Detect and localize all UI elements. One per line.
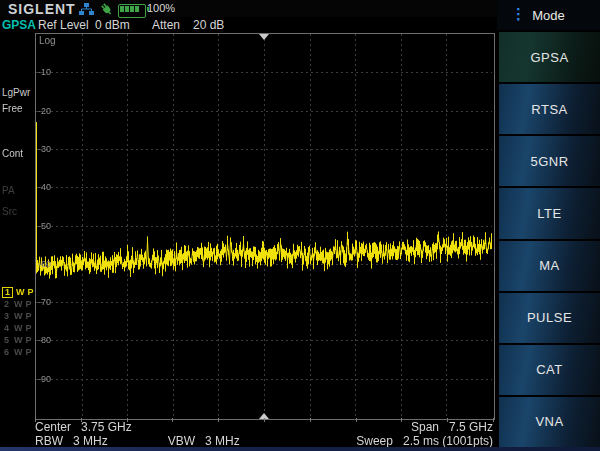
mode-menu-label: Mode (532, 8, 565, 23)
trace-mode: W (14, 299, 23, 309)
sweep-value[interactable]: 2.5 ms (1001pts) (403, 434, 493, 447)
y-axis-tick-label: -70 (38, 297, 51, 307)
atten-value[interactable]: 20 dB (193, 18, 224, 32)
sidebar-item-ma[interactable]: MA (499, 241, 600, 291)
sidebar-item-vna[interactable]: VNA (499, 397, 600, 447)
trace-mode: W (14, 347, 23, 357)
rbw-label: RBW (35, 434, 63, 447)
active-mode-label: GPSA (2, 18, 36, 32)
status-row: GPSA Ref Level 0 dBm Atten 20 dB (0, 18, 497, 32)
left-label-lgpwr: LgPwr (2, 87, 30, 98)
sidebar-item-label: CAT (536, 362, 563, 377)
spectrum-analyzer-screen: SIGLENT 100% (0, 0, 600, 451)
trace-det: P (26, 323, 32, 333)
sidebar-item-lte[interactable]: LTE (499, 188, 600, 238)
y-axis-tick-label: -10 (38, 67, 51, 77)
span-value[interactable]: 7.5 GHz (449, 420, 493, 433)
atten-label: Atten (152, 18, 180, 32)
trace-num: 4 (2, 324, 11, 333)
sidebar-item-pulse[interactable]: PULSE (499, 293, 600, 343)
trace-num: 5 (2, 336, 11, 345)
sidebar-item-label: GPSA (530, 50, 568, 65)
sidebar-item-label: MA (539, 258, 560, 273)
sidebar-item-cat[interactable]: CAT (499, 345, 600, 395)
span-label: Span (411, 420, 439, 433)
sidebar-item-gpsa[interactable]: GPSA (499, 32, 600, 82)
left-label-cont: Cont (2, 148, 23, 159)
trace-det: P (26, 347, 32, 357)
center-freq-value[interactable]: 3.75 GHz (81, 420, 132, 433)
x-axis-tick (493, 418, 494, 422)
left-label-pa: PA (2, 185, 15, 196)
sweep-label: Sweep (356, 434, 393, 447)
trace-det: P (26, 299, 32, 309)
sidebar-item-5gnr[interactable]: 5GNR (499, 136, 600, 186)
ref-level-value[interactable]: 0 dBm (95, 18, 130, 32)
footer-bandwidth-row: RBW 3 MHz VBW 3 MHz Sweep 2.5 ms (1001pt… (35, 434, 493, 447)
trace-indicator-5: 5WP (2, 334, 34, 346)
sidebar-item-rtsa[interactable]: RTSA (499, 84, 600, 134)
y-axis-tick-label: -90 (38, 374, 51, 384)
y-axis-tick-label: -50 (38, 221, 51, 231)
sidebar-menu: GPSARTSA5GNRLTEMAPULSECATVNA (497, 30, 600, 447)
footer-frequency-row: Center 3.75 GHz Span 7.5 GHz (35, 420, 493, 433)
trace-canvas (36, 34, 492, 417)
trace-indicator-1: 1WP (2, 286, 34, 298)
mode-menu-button[interactable]: ⋮ Mode (497, 0, 600, 30)
trace-mode: W (14, 335, 23, 345)
siglent-logo: SIGLENT (8, 1, 76, 17)
y-axis-tick-label: -60 (38, 259, 51, 269)
sidebar-item-label: VNA (535, 414, 563, 429)
trace-det: P (26, 311, 32, 321)
trace-num: 3 (2, 312, 11, 321)
trace-det: P (28, 287, 34, 297)
battery-percentage: 100% (147, 2, 175, 14)
center-freq-marker-top-icon (259, 34, 269, 40)
trace-indicator-6: 6WP (2, 346, 34, 358)
vbw-value[interactable]: 3 MHz (205, 434, 240, 447)
trace-indicator-3: 3WP (2, 310, 34, 322)
trace-mode: W (14, 311, 23, 321)
y-axis-tick-label: -40 (38, 182, 51, 192)
left-label-free: Free (2, 103, 23, 114)
trace-det: P (26, 335, 32, 345)
trace-num: 2 (2, 300, 11, 309)
sidebar-item-label: LTE (537, 206, 561, 221)
center-freq-label: Center (35, 420, 71, 433)
bottom-edge-strip (0, 447, 600, 451)
trace-indicator-4: 4WP (2, 322, 34, 334)
battery-icon (118, 4, 146, 18)
ref-level-label: Ref Level (38, 18, 89, 32)
graticule: Log -10-20-30-40-50-60-70-80-90 (35, 33, 495, 420)
trace-mode: W (16, 287, 25, 297)
sidebar-item-label: 5GNR (530, 154, 568, 169)
mode-sidebar: ⋮ Mode GPSARTSA5GNRLTEMAPULSECATVNA (497, 0, 600, 447)
trace-indicator-2: 2WP (2, 298, 34, 310)
y-axis-tick-label: -80 (38, 335, 51, 345)
trace-num: 1 (2, 287, 13, 298)
left-label-src: Src (2, 206, 17, 217)
trace-indicator-list: 1WP2WP3WP4WP5WP6WP (2, 286, 34, 358)
rbw-value[interactable]: 3 MHz (73, 434, 108, 447)
sidebar-item-label: RTSA (531, 102, 567, 117)
sidebar-item-label: PULSE (527, 310, 572, 325)
trace-num: 6 (2, 348, 11, 357)
vbw-label: VBW (168, 434, 195, 447)
y-axis-tick-label: -30 (38, 144, 51, 154)
trace-mode: W (14, 323, 23, 333)
scale-type-label: Log (39, 35, 56, 46)
titlebar: SIGLENT 100% (0, 0, 497, 17)
menu-dots-icon: ⋮ (511, 4, 526, 24)
y-axis-tick-label: -20 (38, 106, 51, 116)
